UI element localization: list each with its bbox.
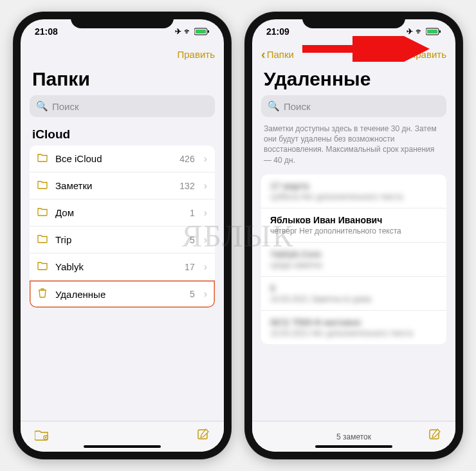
svg-rect-2 [208,30,209,33]
back-label: Папки [267,49,294,60]
folder-icon [37,261,49,273]
folder-name: Yablyk [55,261,178,272]
note-title: 0 [270,283,437,293]
note-title: 17 марта [270,181,437,191]
note-title: NCS 7500-N матовое [270,317,437,328]
folder-name: Заметки [55,180,173,191]
battery-icon [194,28,210,35]
chevron-right-icon: › [204,288,207,300]
back-button[interactable]: ‹ Папки [261,47,294,62]
status-icons: ✈︎ ᯤ [175,27,210,36]
compose-icon[interactable] [428,429,441,445]
chevron-right-icon: › [204,153,207,165]
folder-count: 426 [179,154,194,164]
note-subtitle: четверг Нет дополнительного текста [270,226,437,236]
notch [71,12,174,28]
note-subtitle: 10.03.2021 Заметка из дома [270,295,437,304]
note-row[interactable]: NCS 7500-N матовое10.03.2021 Нет дополни… [261,311,446,344]
folder-row-удаленные[interactable]: Удаленные5› [30,281,215,308]
svg-rect-7 [439,30,441,33]
folder-name: Удаленные [55,289,183,300]
note-row[interactable]: Яблыков Иван Ивановиччетверг Нет дополни… [261,208,446,243]
nav-bar: Править [21,41,224,67]
folder-count: 17 [185,262,195,272]
search-input[interactable]: 🔍 Поиск [30,95,215,117]
folder-row-trip[interactable]: Trip5› [30,226,215,254]
phone-right: 21:09 ✈︎ ᯤ ‹ Папки Править Удаленные 🔍 П… [244,12,463,459]
folder-row-все-icloud[interactable]: Все iCloud426› [30,145,215,172]
new-folder-icon[interactable] [35,429,49,444]
compose-icon[interactable] [197,429,210,445]
folder-count: 5 [190,235,195,245]
note-row[interactable]: 010.03.2021 Заметка из дома [261,277,446,311]
home-indicator[interactable] [84,445,161,448]
search-input[interactable]: 🔍 Поиск [261,95,446,117]
folder-count: 5 [190,289,195,299]
page-title: Удаленные [252,67,455,95]
folder-icon [37,234,49,246]
chevron-right-icon: › [204,207,207,219]
chevron-left-icon: ‹ [261,47,266,62]
folder-list: Все iCloud426›Заметки132›Дом1›Trip5›Yabl… [30,145,215,308]
folder-count: 1 [190,208,195,218]
folder-icon [37,153,49,165]
notes-list: 17 мартасуббота Нет дополнительного текс… [261,174,446,344]
folder-name: Дом [55,207,183,218]
airplane-icon: ✈︎ [175,27,181,36]
folder-row-заметки[interactable]: Заметки132› [30,172,215,199]
note-row[interactable]: 17 мартасуббота Нет дополнительного текс… [261,174,446,208]
status-time: 21:08 [35,26,58,37]
note-title: Yablyk.Com [270,249,437,259]
svg-rect-1 [196,30,206,33]
note-row[interactable]: Yablyk.Comсреда заметка [261,243,446,277]
trash-icon [37,288,49,300]
folder-icon [37,180,49,192]
notch [302,12,405,28]
note-subtitle: 10.03.2021 Нет дополнительного текста [270,329,437,338]
folder-row-yablyk[interactable]: Yablyk17› [30,254,215,281]
chevron-right-icon: › [204,234,207,246]
status-icons: ✈︎ ᯤ [407,27,441,36]
wifi-icon: ᯤ [416,27,423,36]
screen-left: 21:08 ✈︎ ᯤ Править Папки 🔍 Поиск iCloud … [21,19,224,452]
chevron-right-icon: › [204,261,207,273]
home-indicator[interactable] [315,445,392,448]
annotation-arrow [300,36,441,62]
status-time: 21:09 [266,26,289,37]
folder-icon [37,207,49,219]
note-title: Яблыков Иван Иванович [270,215,437,225]
note-subtitle: суббота Нет дополнительного текста [270,192,437,201]
wifi-icon: ᯤ [184,27,192,36]
note-subtitle: среда заметка [270,261,437,270]
battery-icon [426,28,441,35]
info-text: Заметки доступны здесь в течение 30 дн. … [252,117,455,172]
chevron-right-icon: › [204,180,207,192]
folder-count: 132 [179,181,194,191]
page-title: Папки [21,67,224,95]
screen-right: 21:09 ✈︎ ᯤ ‹ Папки Править Удаленные 🔍 П… [252,19,455,452]
airplane-icon: ✈︎ [407,27,413,36]
search-icon: 🔍 [36,100,48,112]
search-icon: 🔍 [268,100,280,112]
footer-count: 5 заметок [279,432,428,441]
folder-name: Все iCloud [55,153,173,164]
section-icloud: iCloud [21,117,224,145]
search-placeholder: Поиск [284,101,311,112]
edit-button[interactable]: Править [178,49,215,60]
folder-row-дом[interactable]: Дом1› [30,199,215,226]
svg-rect-6 [427,30,437,33]
folder-name: Trip [55,234,183,245]
phone-left: 21:08 ✈︎ ᯤ Править Папки 🔍 Поиск iCloud … [13,12,232,459]
search-placeholder: Поиск [52,101,79,112]
